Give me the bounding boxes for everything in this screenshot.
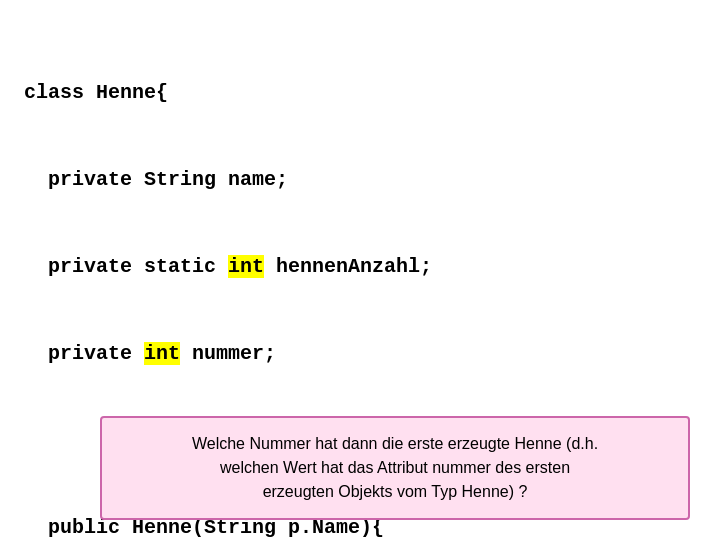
tooltip-line-3: erzeugten Objekts vom Typ Henne) ? <box>263 483 528 500</box>
code-line-4: private int nummer; <box>24 339 696 368</box>
code-line-2: private String name; <box>24 165 696 194</box>
keyword-int-1: int <box>228 255 264 278</box>
tooltip-line-2: welchen Wert hat das Attribut nummer des… <box>220 459 570 476</box>
code-line-1: class Henne{ <box>24 78 696 107</box>
code-line-3: private static int hennenAnzahl; <box>24 252 696 281</box>
main-container: class Henne{ private String name; privat… <box>0 0 720 540</box>
tooltip-box: Welche Nummer hat dann die erste erzeugt… <box>100 416 690 520</box>
keyword-int-2: int <box>144 342 180 365</box>
tooltip-line-1: Welche Nummer hat dann die erste erzeugt… <box>192 435 598 452</box>
